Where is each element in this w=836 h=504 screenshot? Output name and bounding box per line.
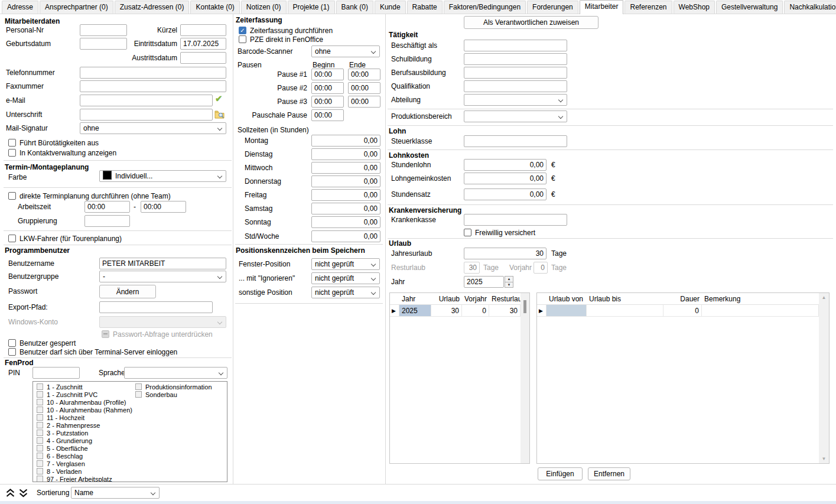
urlaub-eintraege-table[interactable]: Urlaub von Urlaub bis Dauer Bemerkung ▶ … — [536, 292, 830, 464]
pause1-ende-input[interactable] — [348, 69, 380, 80]
lohngemeinkosten-input[interactable] — [464, 173, 547, 184]
cell-dauer[interactable]: 0 — [663, 305, 702, 316]
pin-input[interactable] — [32, 367, 80, 379]
pause3-ende-input[interactable] — [348, 96, 380, 108]
benutzergruppe-select[interactable]: - — [99, 271, 226, 282]
cell-urlaub-von[interactable] — [547, 305, 587, 316]
option-item[interactable]: Produktionsinformation — [135, 383, 212, 391]
lkw-fahrer-checkbox[interactable]: LKW-Fahrer (für Tourenplanung) — [8, 234, 122, 243]
berufsausbildung-input[interactable] — [464, 67, 567, 79]
eintrittsdatum-input[interactable] — [180, 38, 226, 50]
buerotaetigkeiten-checkbox[interactable]: Führt Bürotätigkeiten aus — [8, 138, 99, 147]
fenprod-station-listbox[interactable]: 1 - Zuschnitt 1 - Zuschnitt PVC 10 - Alu… — [32, 381, 227, 482]
scrollbar-thumb[interactable] — [523, 300, 526, 313]
sprache-select[interactable] — [124, 367, 227, 379]
station-item[interactable]: 6 - Beschlag — [37, 452, 83, 460]
geburtsdatum-input[interactable] — [80, 38, 127, 50]
arbeitszeit-von-input[interactable] — [84, 201, 130, 213]
sonntag-input[interactable] — [311, 216, 380, 228]
tab-referenzen[interactable]: Referenzen — [624, 1, 672, 14]
abteilung-select[interactable] — [464, 94, 567, 106]
station-item[interactable]: 11 - Hochzeit — [37, 414, 84, 421]
tab-mitarbeiter[interactable]: Mitarbeiter — [580, 0, 624, 14]
station-item[interactable]: 1 - Zuschnitt — [37, 383, 83, 391]
tab-webshop[interactable]: WebShop — [674, 1, 715, 14]
tab-ansprechpartner[interactable]: Ansprechpartner (0) — [40, 1, 113, 14]
krankenkasse-input[interactable] — [464, 214, 567, 226]
export-pfad-input[interactable] — [99, 301, 213, 313]
steuerklasse-input[interactable] — [464, 135, 567, 147]
pauschale-pause-input[interactable] — [311, 109, 344, 121]
jahresurlaub-input[interactable] — [464, 248, 547, 259]
tab-rabatte[interactable]: Rabatte — [407, 1, 443, 14]
einfuegen-button[interactable]: Einfügen — [538, 467, 583, 480]
montag-input[interactable] — [311, 135, 380, 147]
tab-kunde[interactable]: Kunde — [375, 1, 406, 14]
tab-forderungen[interactable]: Forderungen — [527, 1, 578, 14]
gruppierung-input[interactable] — [84, 215, 130, 227]
als-verantwortlichen-zuweisen-button[interactable]: Als Verantwortlichen zuweisen — [464, 16, 598, 29]
cell-jahr[interactable]: 2025 — [399, 305, 431, 316]
kuerzel-input[interactable] — [180, 24, 226, 36]
tab-gestellverwaltung[interactable]: Gestellverwaltung — [716, 1, 783, 14]
scroll-up-icon[interactable]: ▲ — [819, 295, 829, 300]
mail-signatur-select[interactable]: ohne — [80, 122, 226, 134]
sortierung-select[interactable]: Name — [71, 487, 160, 499]
sonstige-position-select[interactable]: nicht geprüft — [311, 287, 380, 298]
farbe-select[interactable]: Individuell... — [99, 170, 226, 182]
tab-nachkalkulation[interactable]: Nachkalkulation — [784, 1, 836, 14]
cell-urlaub[interactable]: 30 — [431, 305, 462, 316]
urlaub-jahr-table[interactable]: Jahr Urlaub Vorjahr Resturlaub ▶ 2025 30… — [389, 292, 530, 464]
cell-bemerkung[interactable] — [702, 305, 819, 316]
tab-kontakte[interactable]: Kontakte (0) — [190, 1, 239, 14]
cell-urlaub-bis[interactable] — [587, 305, 663, 316]
jahr-spinner[interactable]: ▲ ▼ — [505, 276, 513, 288]
station-item[interactable]: 1 - Zuschnitt PVC — [37, 391, 97, 398]
telefonnummer-input[interactable] — [80, 67, 226, 79]
pze-checkbox[interactable]: PZE direkt in FenOffice — [239, 35, 323, 44]
arbeitszeit-bis-input[interactable] — [141, 201, 186, 213]
schulbildung-input[interactable] — [464, 53, 567, 65]
jahr-input[interactable] — [464, 276, 504, 288]
austrittsdatum-input[interactable] — [180, 52, 226, 64]
station-item[interactable]: 2 - Rahmenpresse — [37, 421, 100, 429]
option-item[interactable]: Sonderbau — [135, 391, 177, 398]
mittwoch-input[interactable] — [311, 162, 380, 174]
station-item[interactable]: 10 - Alurahmenbau (Profile) — [37, 398, 126, 406]
stundensatz-input[interactable] — [464, 188, 547, 200]
tab-adresse[interactable]: Adresse — [2, 1, 38, 14]
cell-vorjahr[interactable]: 0 — [462, 305, 489, 316]
tab-notizen[interactable]: Notizen (0) — [241, 1, 287, 14]
tab-projekte[interactable]: Projekte (1) — [288, 1, 335, 14]
benutzername-input[interactable] — [99, 258, 226, 269]
table-row[interactable]: ▶ 0 — [537, 305, 829, 317]
double-chevron-up-icon[interactable] — [5, 489, 15, 499]
passwort-aendern-button[interactable]: Ändern — [99, 285, 156, 298]
double-chevron-down-icon[interactable] — [18, 489, 28, 499]
produktionsbereich-select[interactable] — [464, 110, 567, 122]
email-input[interactable] — [80, 95, 213, 106]
fenster-position-select[interactable]: nicht geprüft — [311, 258, 380, 270]
tab-zusatz-adressen[interactable]: Zusatz-Adressen (0) — [115, 1, 190, 14]
table-row[interactable]: ▶ 2025 30 0 30 — [390, 305, 529, 317]
cell-resturlaub[interactable]: 30 — [489, 305, 521, 316]
spin-down-icon[interactable]: ▼ — [505, 282, 513, 288]
beschaeftigt-als-input[interactable] — [464, 40, 567, 51]
mit-ignorieren-select[interactable]: nicht geprüft — [311, 272, 380, 284]
barcode-scanner-select[interactable]: ohne — [311, 45, 380, 57]
scroll-down-icon[interactable]: ▼ — [819, 456, 829, 461]
browse-folder-search-icon[interactable] — [214, 110, 225, 121]
station-item[interactable]: 7 - Verglasen — [37, 460, 85, 467]
vertical-scrollbar[interactable] — [521, 293, 529, 463]
tab-faktoren-bedingungen[interactable]: Faktoren/Bedingungen — [444, 1, 526, 14]
pause2-beginn-input[interactable] — [311, 82, 344, 94]
station-item[interactable]: 97 - Freier Arbeitsplatz — [37, 475, 112, 482]
dienstag-input[interactable] — [311, 148, 380, 160]
faxnummer-input[interactable] — [80, 80, 226, 92]
terminal-server-checkbox[interactable]: Benutzer darf sich über Terminal-Server … — [8, 347, 177, 356]
pause2-ende-input[interactable] — [348, 82, 380, 94]
unterschrift-input[interactable] — [80, 109, 213, 121]
personal-nr-input[interactable] — [80, 24, 127, 36]
stundenlohn-input[interactable] — [464, 159, 547, 171]
station-item[interactable]: 5 - Oberfläche — [37, 444, 88, 452]
